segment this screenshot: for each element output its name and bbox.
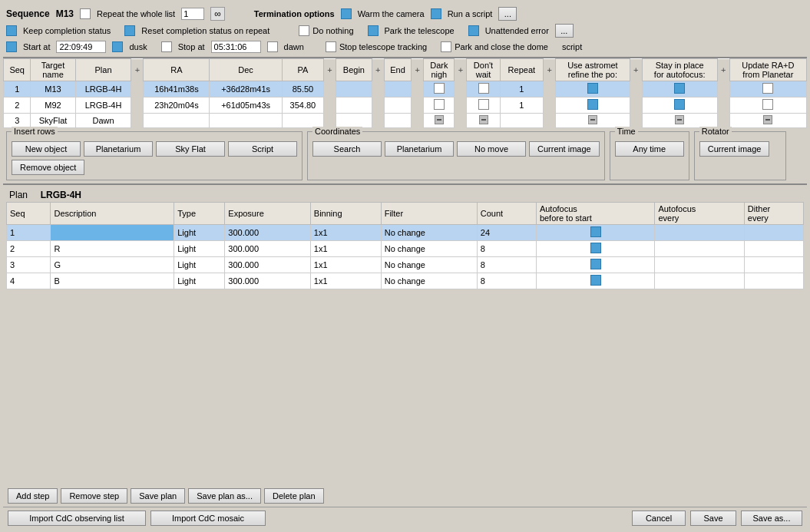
planetarium-button-insert[interactable]: Planetarium — [84, 141, 153, 157]
col-end-add[interactable]: + — [412, 59, 424, 81]
cell-repeat — [500, 114, 544, 128]
plan-cell-af-before[interactable] — [536, 225, 655, 241]
cell-begin-add — [372, 97, 384, 114]
cell-update-ra[interactable] — [729, 97, 806, 114]
col-pa-add[interactable]: + — [323, 59, 336, 81]
col-dark-nigh: Darknigh — [424, 59, 455, 81]
cell-dont-wait[interactable] — [467, 81, 500, 97]
warm-camera-checkbox[interactable] — [341, 8, 352, 19]
plan-cell-af-before[interactable] — [536, 273, 655, 289]
repeat-checkbox[interactable] — [80, 8, 91, 19]
cell-dark[interactable] — [424, 81, 455, 97]
park-close-dome-checkbox[interactable] — [441, 41, 451, 52]
cell-plan: LRGB-4H — [75, 81, 131, 97]
col-plan-add[interactable]: + — [131, 59, 144, 81]
any-time-button[interactable]: Any time — [615, 141, 684, 157]
no-move-button[interactable]: No move — [457, 141, 526, 157]
plan-cell-af-every — [655, 241, 744, 257]
plan-col-binning: Binning — [310, 203, 381, 225]
run-script-checkbox[interactable] — [431, 8, 441, 19]
table-row[interactable]: 1 M13 LRGB-4H 16h41m38s +36d28m41s 85.50 — [4, 81, 807, 97]
unattended-error-checkbox[interactable] — [468, 25, 479, 36]
reset-completion-checkbox[interactable] — [124, 25, 135, 36]
plan-row[interactable]: 1 Light 300.000 1x1 No change 24 — [7, 225, 804, 241]
remove-object-button[interactable]: Remove object — [12, 160, 84, 175]
cell-dont-wait[interactable] — [467, 97, 500, 114]
plan-cell-count: 8 — [477, 273, 536, 289]
cell-begin — [336, 97, 372, 114]
cancel-button[interactable]: Cancel — [632, 511, 686, 526]
col-begin-add[interactable]: + — [372, 59, 384, 81]
cell-plan-add — [131, 97, 144, 114]
plan-cell-count: 8 — [477, 257, 536, 273]
cell-end — [384, 97, 411, 114]
cell-update-ra[interactable] — [729, 81, 806, 97]
coordinates-title: Coordinates — [312, 127, 362, 136]
col-stay-add[interactable]: + — [717, 59, 729, 81]
dusk-checkbox[interactable] — [112, 41, 123, 52]
cell-dont-wait[interactable] — [467, 114, 500, 128]
remove-step-button[interactable]: Remove step — [61, 488, 127, 504]
save-button[interactable]: Save — [690, 511, 736, 526]
plan-cell-type: Light — [174, 225, 225, 241]
keep-completion-checkbox[interactable] — [6, 25, 17, 36]
cell-target: M13 — [31, 81, 75, 97]
plan-cell-af-before[interactable] — [536, 241, 655, 257]
plan-row[interactable]: 4 B Light 300.000 1x1 No change 8 — [7, 273, 804, 289]
plan-cell-dither — [744, 241, 803, 257]
current-image-button-rotator[interactable]: Current image — [699, 141, 770, 157]
plan-cell-af-before[interactable] — [536, 257, 655, 273]
cell-astromet[interactable] — [556, 81, 630, 97]
cell-begin-add — [372, 114, 384, 128]
table-row[interactable]: 3 SkyFlat Dawn — [4, 114, 807, 128]
rotator-title: Rotator — [699, 127, 732, 136]
sky-flat-button[interactable]: Sky Flat — [156, 141, 225, 157]
import-mosaic-button[interactable]: Import CdC mosaic — [150, 511, 266, 526]
infinity-button[interactable]: ∞ — [210, 7, 225, 21]
repeat-value-input[interactable] — [181, 8, 204, 20]
cell-begin — [336, 114, 372, 128]
save-plan-as-button[interactable]: Save plan as... — [188, 488, 261, 504]
plan-row[interactable]: 2 R Light 300.000 1x1 No change 8 — [7, 241, 804, 257]
park-telescope-checkbox[interactable] — [368, 25, 379, 36]
plan-col-seq: Seq — [7, 203, 51, 225]
current-image-button-coord[interactable]: Current image — [529, 141, 600, 157]
import-cdc-button[interactable]: Import CdC observing list — [8, 511, 146, 526]
script-button[interactable]: Script — [228, 141, 297, 157]
cell-astromet[interactable] — [556, 114, 630, 128]
delete-plan-button[interactable]: Delete plan — [264, 488, 324, 504]
col-dark-add[interactable]: + — [455, 59, 467, 81]
sequence-name: M13 — [56, 8, 74, 19]
add-step-button[interactable]: Add step — [8, 488, 58, 504]
cell-astromet[interactable] — [556, 97, 630, 114]
col-astromet-add[interactable]: + — [630, 59, 642, 81]
start-at-checkbox[interactable] — [6, 41, 17, 52]
stop-time-input[interactable] — [211, 41, 261, 53]
cell-stay-add — [717, 114, 729, 128]
dawn-checkbox[interactable] — [267, 41, 278, 52]
planetarium-button-coord[interactable]: Planetarium — [385, 141, 454, 157]
col-repeat-add[interactable]: + — [544, 59, 556, 81]
cell-stay[interactable] — [642, 97, 717, 114]
plan-cell-desc: G — [51, 257, 174, 273]
plan-row[interactable]: 3 G Light 300.000 1x1 No change 8 — [7, 257, 804, 273]
cell-astromet-add — [630, 114, 642, 128]
cell-stay[interactable] — [642, 114, 717, 128]
stop-at-checkbox[interactable] — [161, 41, 172, 52]
cell-update-ra[interactable] — [729, 114, 806, 128]
run-script-ellipsis[interactable]: ... — [498, 7, 517, 21]
cell-dark[interactable] — [424, 97, 455, 114]
search-button[interactable]: Search — [312, 141, 382, 157]
start-time-input[interactable] — [56, 41, 106, 53]
do-nothing-checkbox[interactable] — [299, 25, 309, 36]
unattended-error-ellipsis[interactable]: ... — [555, 24, 574, 38]
do-nothing-label: Do nothing — [312, 26, 353, 35]
cell-stay[interactable] — [642, 81, 717, 97]
new-object-button[interactable]: New object — [12, 141, 81, 157]
park-telescope-label: Park the telescope — [385, 26, 455, 35]
table-row[interactable]: 2 M92 LRGB-4H 23h20m04s +61d05m43s 354.8… — [4, 97, 807, 114]
stop-tracking-checkbox[interactable] — [326, 41, 336, 52]
save-plan-button[interactable]: Save plan — [131, 488, 185, 504]
save-as-button[interactable]: Save as... — [741, 511, 802, 526]
cell-dark[interactable] — [424, 114, 455, 128]
